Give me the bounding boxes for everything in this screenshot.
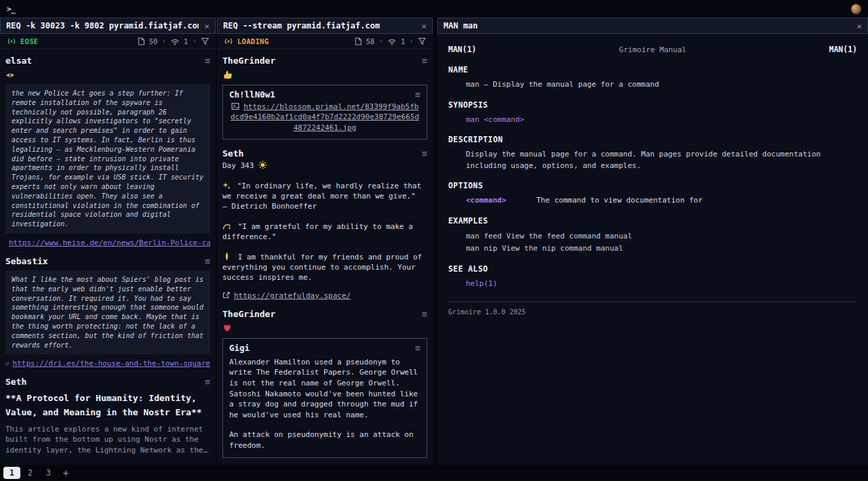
quoted-text: What I like the most about Spiers' blog … [5, 270, 210, 354]
note-menu-icon[interactable]: ≡ [415, 343, 420, 352]
divider [448, 301, 857, 302]
note-header: elsat ≡ [5, 56, 210, 66]
note-header: TheGrinder ≡ [222, 309, 427, 319]
article-summary: This article explores a new kind of inte… [5, 424, 210, 455]
man-name-text: man — Display the manual page for a comm… [466, 79, 857, 91]
note-text: An attack on pseudonymity is an attack o… [229, 430, 420, 451]
man-option-row: <command> The command to view documentat… [466, 195, 857, 207]
notes-count: 50 [149, 37, 158, 45]
author-name[interactable]: Seth [5, 377, 26, 387]
pane-title: MAN man [443, 21, 478, 30]
link-text[interactable]: https://gratefulday.space/ [234, 291, 351, 300]
note-link[interactable]: https://www.heise.de/en/news/Berlin-Poli… [5, 238, 210, 247]
man-page-id-left: MAN(1) [448, 45, 477, 54]
see-also-link[interactable]: help(1) [466, 278, 857, 290]
author-name[interactable]: Gigi [229, 343, 250, 353]
workspace-tab-1[interactable]: 1 [3, 467, 20, 479]
workspace-tab-3[interactable]: 3 [40, 467, 57, 479]
status-state: EOSE [20, 37, 39, 45]
man-description-text: Display the manual page for a command. M… [466, 149, 857, 171]
note-menu-icon[interactable]: ≡ [422, 56, 427, 65]
man-page-id-right: MAN(1) [829, 45, 857, 54]
chevron-right-icon[interactable]: › [378, 37, 383, 45]
pane-header[interactable]: REQ -k 30023 -k 9802 pyramid.fiatjaf.com… [0, 18, 216, 34]
status-bar: EOSE 50 › 1 › [0, 34, 216, 49]
relays-count: 1 [184, 37, 188, 45]
signal-icon [223, 38, 234, 45]
note-header: TheGrinder ≡ [222, 56, 427, 66]
pane-title: REQ -k 30023 -k 9802 pyramid.fiatjaf.com [6, 21, 199, 30]
section-heading-examples: EXAMPLES [448, 216, 857, 226]
feed-scroll-area[interactable]: elsat ≡ the new Police Act goes a step f… [0, 49, 216, 465]
option-description: The command to view documentation for [536, 195, 703, 207]
embedded-note[interactable]: Gigi ≡ Alexander Hamilton used a pseudon… [222, 338, 427, 458]
note-link[interactable]: https://gratefulday.space/ [222, 291, 427, 300]
pane-req-articles: REQ -k 30023 -k 9802 pyramid.fiatjaf.com… [0, 18, 216, 465]
top-bar: >_ [0, 0, 868, 18]
note-menu-icon[interactable]: ≡ [422, 149, 427, 158]
note-menu-icon[interactable]: ≡ [205, 257, 210, 266]
terminal-prompt-icon: >_ [7, 5, 16, 14]
pane-man-page: MAN man × MAN(1) Grimoire Manual MAN(1) … [437, 18, 868, 465]
workspace-tab-2[interactable]: 2 [22, 467, 39, 479]
embedded-note[interactable]: Ch!llN0w1 ≡ https://blossom.primal.net/8… [222, 85, 427, 140]
notes-count: 58 [366, 37, 375, 45]
note-text: I am thankful for my friends and proud o… [222, 252, 427, 283]
author-name[interactable]: TheGrinder [222, 56, 275, 66]
note-text: Day 343 [222, 161, 427, 171]
close-icon[interactable]: × [851, 22, 862, 30]
pane-header[interactable]: REQ --stream pyramid.fiatjaf.com × [217, 18, 433, 34]
man-page-header: MAN(1) Grimoire Manual MAN(1) [448, 45, 857, 54]
external-link-icon [222, 291, 231, 299]
user-avatar[interactable] [851, 4, 861, 14]
note-menu-icon[interactable]: ≡ [205, 56, 210, 65]
man-synopsis-text: man <command> [466, 114, 857, 126]
chevron-right-icon[interactable]: › [161, 37, 166, 45]
close-icon[interactable]: × [416, 22, 427, 30]
man-page-body: MAN(1) Grimoire Manual MAN(1) NAME man —… [437, 34, 868, 465]
example-line: man feed View the feed command manual [466, 230, 857, 243]
media-link[interactable]: https://blossom.primal.net/83399f9ab5fbd… [229, 102, 420, 133]
close-icon[interactable]: × [199, 22, 210, 30]
author-name[interactable]: Sebastix [5, 256, 48, 266]
author-name[interactable]: elsat [5, 56, 32, 66]
external-link-icon [5, 360, 9, 368]
sun-emoji [258, 161, 267, 169]
author-name[interactable]: Seth [222, 148, 243, 159]
author-name[interactable]: Ch!llN0w1 [229, 89, 275, 100]
note-menu-icon[interactable]: ≡ [422, 310, 427, 318]
note-text: "In ordinary life, we hardly realize tha… [222, 181, 427, 212]
chevron-right-icon[interactable]: › [409, 37, 414, 45]
filter-icon[interactable] [201, 37, 210, 45]
thumbs-up-emoji [222, 69, 427, 80]
pane-req-stream: REQ --stream pyramid.fiatjaf.com × LOADI… [217, 18, 433, 465]
relay-icon [387, 37, 397, 45]
feed-scroll-area[interactable]: TheGrinder ≡ Ch!llN0w1 ≡ https://blossom… [217, 49, 433, 465]
add-workspace-button[interactable]: + [58, 467, 73, 478]
link-text[interactable]: https://www.heise.de/en/news/Berlin-Poli… [9, 238, 210, 247]
note-menu-icon[interactable]: ≡ [205, 377, 210, 386]
note-header: Seth ≡ [222, 148, 427, 159]
image-icon [231, 102, 239, 110]
link-text[interactable]: https://blossom.primal.net/83399f9ab5fbd… [231, 102, 419, 132]
note-link[interactable]: https://dri.es/the-house-and-the-town-sq… [5, 359, 210, 368]
dizzy-emoji [222, 223, 231, 230]
sparkles-emoji [222, 182, 231, 190]
section-heading-description: DESCRIPTION [448, 135, 857, 144]
section-heading-synopsis: SYNOPSIS [448, 100, 857, 110]
note-menu-icon[interactable]: ≡ [415, 90, 420, 99]
chevron-right-icon[interactable]: › [192, 37, 197, 45]
pane-title: REQ --stream pyramid.fiatjaf.com [223, 21, 380, 30]
link-text[interactable]: https://dri.es/the-house-and-the-town-sq… [13, 359, 210, 368]
author-name[interactable]: TheGrinder [222, 309, 275, 319]
note-header: Sebastix ≡ [5, 256, 210, 266]
embed-header: Ch!llN0w1 ≡ [229, 89, 420, 100]
status-state: LOADING [237, 37, 269, 45]
article-title[interactable]: **A Protocol for Humanity: Identity, Val… [5, 392, 210, 420]
note-text: "I am grateful for my ability to make a … [222, 222, 427, 243]
filter-icon[interactable] [418, 37, 427, 45]
section-heading-see-also: SEE ALSO [448, 264, 857, 274]
heart-emoji [222, 322, 427, 333]
pane-header[interactable]: MAN man × [437, 18, 868, 34]
section-heading-name: NAME [448, 65, 857, 75]
